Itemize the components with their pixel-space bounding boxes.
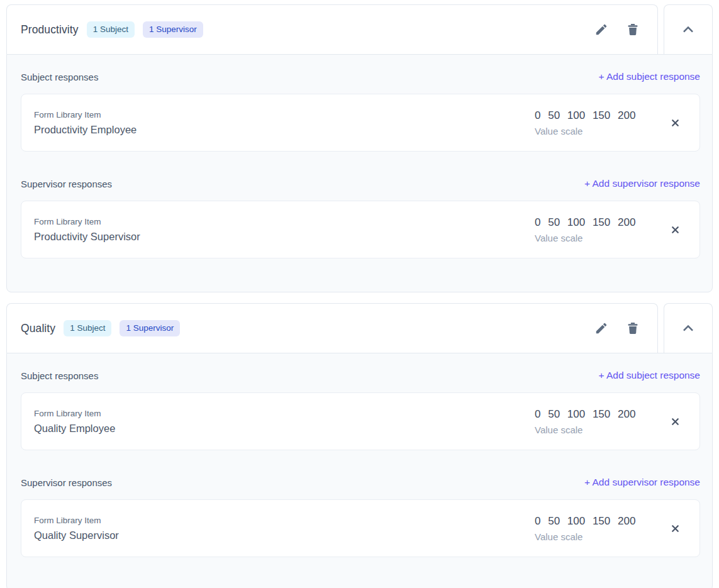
section-header: Supervisor responses + Add supervisor re… bbox=[21, 178, 700, 189]
scale-values: 0 50 100 150 200 bbox=[535, 216, 648, 229]
scale-type-label: Value scale bbox=[535, 531, 648, 542]
supervisor-count-badge: 1 Supervisor bbox=[120, 320, 180, 336]
close-icon bbox=[671, 225, 680, 235]
value-scale-preview: 0 50 100 150 200 Value scale bbox=[535, 408, 648, 435]
trash-icon bbox=[626, 23, 640, 36]
add-subject-response-link[interactable]: + Add subject response bbox=[598, 370, 700, 381]
item-info: Form Library Item Productivity Employee bbox=[34, 110, 535, 136]
form-library-item-card: Form Library Item Quality Supervisor 0 5… bbox=[21, 499, 700, 557]
subject-count-badge: 1 Subject bbox=[87, 21, 135, 38]
section-header: Subject responses + Add subject response bbox=[21, 370, 700, 381]
card-header-row: Productivity 1 Subject 1 Supervisor bbox=[6, 4, 713, 54]
item-info: Form Library Item Productivity Superviso… bbox=[34, 217, 535, 243]
card-body: Subject responses + Add subject response… bbox=[6, 54, 713, 292]
item-name: Productivity Employee bbox=[34, 124, 535, 136]
item-type-label: Form Library Item bbox=[34, 516, 535, 525]
item-info: Form Library Item Quality Employee bbox=[34, 409, 535, 435]
subject-count-badge: 1 Subject bbox=[64, 320, 111, 336]
card-body: Subject responses + Add subject response… bbox=[6, 353, 713, 588]
close-icon bbox=[671, 524, 680, 533]
delete-category-button[interactable] bbox=[625, 21, 641, 38]
supervisor-responses-section: Supervisor responses + Add supervisor re… bbox=[21, 477, 700, 557]
value-scale-preview: 0 50 100 150 200 Value scale bbox=[535, 109, 648, 136]
scale-values: 0 50 100 150 200 bbox=[535, 515, 648, 528]
remove-item-button[interactable] bbox=[669, 224, 681, 235]
category-title: Quality bbox=[21, 322, 55, 335]
trash-icon bbox=[626, 321, 640, 335]
close-icon bbox=[671, 417, 680, 426]
item-name: Quality Supervisor bbox=[34, 530, 535, 541]
remove-item-button[interactable] bbox=[669, 416, 681, 427]
delete-category-button[interactable] bbox=[625, 320, 641, 336]
category-card-quality: Quality 1 Subject 1 Supervisor Subject r… bbox=[6, 303, 713, 588]
remove-item-button[interactable] bbox=[669, 523, 681, 534]
subject-responses-section: Subject responses + Add subject response… bbox=[21, 71, 700, 152]
subject-responses-section: Subject responses + Add subject response… bbox=[21, 370, 700, 450]
pencil-icon bbox=[594, 321, 608, 335]
item-info: Form Library Item Quality Supervisor bbox=[34, 516, 535, 541]
supervisor-count-badge: 1 Supervisor bbox=[143, 21, 203, 38]
section-title: Supervisor responses bbox=[21, 179, 112, 189]
add-supervisor-response-link[interactable]: + Add supervisor response bbox=[584, 178, 700, 189]
category-title: Productivity bbox=[21, 23, 79, 36]
section-title: Supervisor responses bbox=[21, 477, 112, 488]
value-scale-preview: 0 50 100 150 200 Value scale bbox=[535, 216, 648, 243]
item-name: Quality Employee bbox=[34, 423, 535, 435]
pencil-icon bbox=[594, 23, 608, 36]
collapse-category-button[interactable] bbox=[664, 4, 713, 54]
remove-item-button[interactable] bbox=[669, 117, 681, 128]
scale-type-label: Value scale bbox=[535, 424, 648, 435]
supervisor-responses-section: Supervisor responses + Add supervisor re… bbox=[21, 178, 700, 258]
card-header-row: Quality 1 Subject 1 Supervisor bbox=[6, 303, 713, 353]
value-scale-preview: 0 50 100 150 200 Value scale bbox=[535, 515, 648, 542]
form-library-item-card: Form Library Item Quality Employee 0 50 … bbox=[21, 392, 700, 450]
scale-type-label: Value scale bbox=[535, 233, 648, 243]
close-icon bbox=[671, 118, 680, 128]
card-header-main: Quality 1 Subject 1 Supervisor bbox=[6, 303, 658, 353]
section-title: Subject responses bbox=[21, 370, 98, 381]
item-type-label: Form Library Item bbox=[34, 110, 535, 119]
form-library-item-card: Form Library Item Productivity Superviso… bbox=[21, 201, 700, 258]
scale-type-label: Value scale bbox=[535, 126, 648, 136]
edit-category-button[interactable] bbox=[593, 320, 610, 336]
section-header: Subject responses + Add subject response bbox=[21, 71, 700, 82]
add-subject-response-link[interactable]: + Add subject response bbox=[598, 71, 700, 82]
scale-values: 0 50 100 150 200 bbox=[535, 109, 648, 122]
card-header-main: Productivity 1 Subject 1 Supervisor bbox=[6, 4, 658, 54]
chevron-up-icon bbox=[681, 321, 695, 335]
edit-category-button[interactable] bbox=[593, 21, 610, 38]
scale-values: 0 50 100 150 200 bbox=[535, 408, 648, 421]
item-type-label: Form Library Item bbox=[34, 409, 535, 418]
section-header: Supervisor responses + Add supervisor re… bbox=[21, 477, 700, 488]
scoring-categories-list: Productivity 1 Subject 1 Supervisor Subj… bbox=[0, 0, 719, 588]
chevron-up-icon bbox=[681, 23, 695, 36]
collapse-category-button[interactable] bbox=[664, 303, 713, 353]
form-library-item-card: Form Library Item Productivity Employee … bbox=[21, 94, 700, 152]
item-name: Productivity Supervisor bbox=[34, 231, 535, 243]
category-card-productivity: Productivity 1 Subject 1 Supervisor Subj… bbox=[6, 4, 713, 292]
section-title: Subject responses bbox=[21, 72, 98, 82]
add-supervisor-response-link[interactable]: + Add supervisor response bbox=[584, 477, 700, 488]
item-type-label: Form Library Item bbox=[34, 217, 535, 226]
